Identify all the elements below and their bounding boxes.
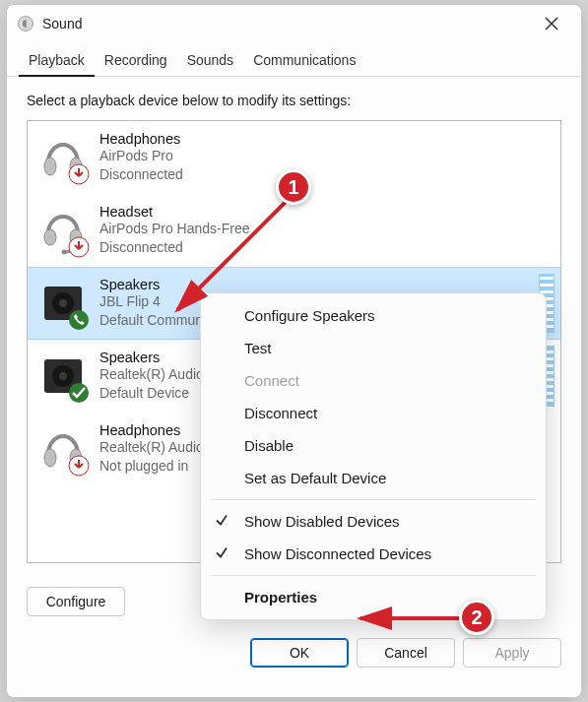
svg-point-14 [59,372,67,380]
tab-recording[interactable]: Recording [95,46,177,76]
window-title: Sound [42,16,82,32]
configure-button[interactable]: Configure [27,587,125,616]
device-line2: Realtek(R) Audio [99,365,204,384]
menu-connect: Connect [201,364,546,397]
ok-button[interactable]: OK [250,638,349,668]
svg-point-10 [59,299,67,307]
menu-label: Show Disabled Devices [244,513,400,530]
svg-point-6 [61,250,66,255]
annotation-badge-2: 2 [459,600,494,635]
svg-point-4 [44,229,56,245]
speaker-icon [35,277,90,331]
sound-app-icon [17,15,34,32]
check-icon [215,513,229,530]
device-line3: Disconnected [99,165,183,184]
titlebar: Sound [7,5,581,42]
device-line3: Not plugged in [99,457,204,476]
status-down-icon [68,455,90,477]
device-name: Speakers [99,350,204,365]
menu-show-disabled[interactable]: Show Disabled Devices [201,505,546,538]
menu-set-default-device[interactable]: Set as Default Device [201,462,546,494]
headphones-icon [35,131,90,185]
menu-disable[interactable]: Disable [201,429,546,462]
menu-test[interactable]: Test [201,332,546,364]
tab-sounds[interactable]: Sounds [177,46,243,76]
annotation-badge-1: 1 [276,169,311,205]
device-line2: Realtek(R) Audio [99,438,204,457]
close-icon [545,17,558,31]
context-menu: Configure Speakers Test Connect Disconne… [200,292,547,620]
menu-show-disconnected[interactable]: Show Disconnected Devices [201,538,546,570]
status-down-icon [68,163,90,185]
apply-button[interactable]: Apply [463,638,561,668]
dialog-buttons: OK Cancel Apply [7,620,581,681]
device-line3: Default Device [99,384,204,403]
device-name: Headphones [99,131,183,147]
headphones-icon [35,422,90,477]
menu-separator [211,499,536,500]
device-line2: AirPods Pro [99,147,183,165]
tabstrip: Playback Recording Sounds Communications [7,42,581,77]
device-line3: Disconnected [99,238,250,257]
prompt-text: Select a playback device below to modify… [27,93,561,108]
svg-point-11 [69,310,89,330]
menu-label: Show Disconnected Devices [244,545,431,562]
speaker-icon [35,350,90,404]
svg-point-1 [44,158,56,175]
status-phone-icon [68,309,90,331]
tab-playback[interactable]: Playback [19,46,95,76]
device-name: Headset [99,204,250,220]
device-row[interactable]: Headset AirPods Pro Hands-Free Disconnec… [28,194,560,267]
device-name: Headphones [99,422,204,438]
cancel-button[interactable]: Cancel [357,638,455,668]
menu-properties[interactable]: Properties [201,581,546,613]
headset-icon [35,204,90,258]
status-check-icon [68,382,90,404]
svg-point-16 [44,449,56,467]
menu-configure-speakers[interactable]: Configure Speakers [201,299,546,332]
close-button[interactable] [532,9,571,38]
status-down-icon [68,236,90,258]
menu-separator [211,575,536,576]
menu-disconnect[interactable]: Disconnect [201,397,546,429]
device-line2: AirPods Pro Hands-Free [99,220,250,238]
check-icon [215,545,229,562]
tab-communications[interactable]: Communications [243,46,365,76]
device-name: Speakers [99,277,243,292]
